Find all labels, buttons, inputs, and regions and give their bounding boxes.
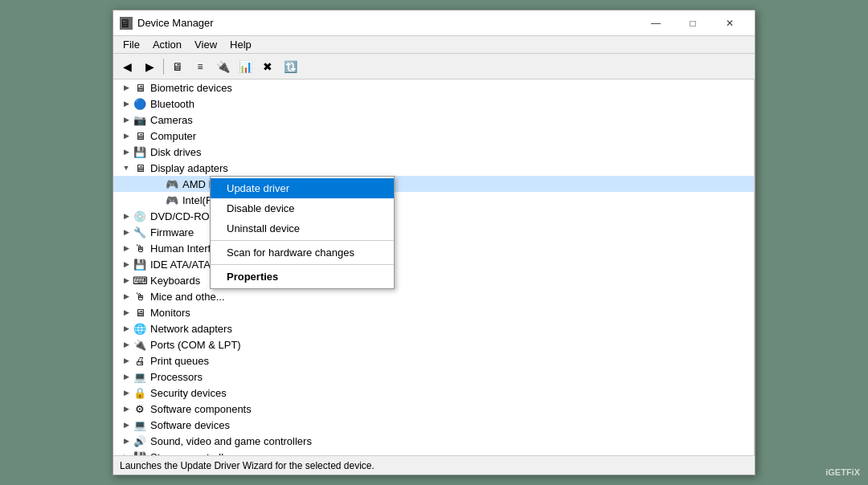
toolbar-separator-1: [163, 59, 164, 75]
tree-item-label: Software devices: [150, 419, 230, 431]
tree-item-label: Processors: [150, 371, 203, 383]
context-menu-separator: [211, 240, 394, 241]
tree-item[interactable]: ▶🖨Print queues: [113, 353, 754, 369]
close-button[interactable]: ✕: [711, 10, 748, 36]
expand-icon[interactable]: ▶: [120, 274, 133, 287]
computer-button[interactable]: 🖥: [167, 56, 188, 77]
tree-item-label: Storage controllers: [150, 451, 238, 456]
expand-icon[interactable]: ▶: [120, 242, 133, 255]
tree-item[interactable]: ▶💻Software devices: [113, 417, 754, 433]
tree-item[interactable]: ▶💻Processors: [113, 369, 754, 385]
device-icon: ⚙: [133, 401, 147, 416]
watermark: iGETFiX: [825, 467, 860, 477]
tree-item[interactable]: ▶🔒Security devices: [113, 385, 754, 401]
menu-action[interactable]: Action: [146, 36, 188, 54]
tree-item-label: Print queues: [150, 355, 209, 367]
tree-item[interactable]: ▶🔌Ports (COM & LPT): [113, 336, 754, 353]
title-bar: 🖥 Device Manager — □ ✕: [113, 10, 755, 36]
expand-icon[interactable]: ▶: [120, 306, 133, 319]
update-driver-button[interactable]: 📊: [235, 56, 256, 77]
tree-item[interactable]: ▼🖥Display adapters: [113, 160, 754, 176]
tree-item[interactable]: ▶🖥Computer: [113, 128, 754, 144]
menu-file[interactable]: File: [117, 36, 146, 54]
device-icon: 🎮: [165, 193, 179, 207]
expand-icon[interactable]: ▶: [120, 129, 133, 142]
context-menu-item[interactable]: Scan for hardware changes: [211, 243, 394, 263]
device-icon: 🖨: [133, 353, 147, 368]
menu-help[interactable]: Help: [223, 36, 258, 54]
tree-item-label: Display adapters: [150, 162, 228, 174]
expand-icon[interactable]: ▶: [120, 450, 133, 455]
expand-icon[interactable]: ▶: [120, 226, 133, 238]
expand-icon[interactable]: [152, 177, 165, 190]
tree-item[interactable]: ▶🖱Mice and othe...: [113, 288, 754, 304]
tree-item-label: Disk drives: [150, 146, 202, 158]
device-icon: 🖥: [133, 305, 147, 320]
expand-icon[interactable]: ▶: [120, 113, 133, 126]
list-button[interactable]: ≡: [190, 56, 211, 77]
expand-icon[interactable]: ▶: [120, 402, 133, 415]
expand-icon[interactable]: ▶: [120, 434, 133, 447]
device-icon: 📷: [133, 112, 147, 127]
tree-item[interactable]: ▶💾Disk drives: [113, 144, 754, 160]
maximize-button[interactable]: □: [674, 10, 711, 36]
context-menu-item[interactable]: Update driver: [211, 178, 394, 198]
expand-icon[interactable]: ▶: [120, 386, 133, 399]
device-icon: 🔧: [133, 225, 147, 239]
expand-icon[interactable]: ▶: [120, 258, 133, 271]
tree-item-label: Keyboards: [150, 275, 200, 287]
device-icon: 🖱: [133, 241, 147, 255]
tree-item-label: Software components: [150, 403, 252, 415]
expand-icon[interactable]: ▶: [120, 97, 133, 110]
expand-icon[interactable]: ▶: [120, 81, 133, 94]
device-icon: 🌐: [133, 321, 147, 336]
tree-item[interactable]: ▶⚙Software components: [113, 401, 754, 417]
expand-icon[interactable]: ▶: [120, 418, 133, 431]
device-icon: 💻: [133, 418, 147, 432]
device-icon: 💻: [133, 369, 147, 384]
device-icon: 🎮: [165, 177, 179, 191]
tree-item[interactable]: ▶🖥Biometric devices: [113, 79, 754, 96]
forward-button[interactable]: ▶: [139, 56, 160, 77]
device-icon: 🔌: [133, 337, 147, 352]
tree-item-label: Monitors: [150, 307, 190, 319]
app-icon: 🖥: [120, 17, 133, 30]
window-title: Device Manager: [137, 17, 637, 29]
device-tree[interactable]: ▶🖥Biometric devices▶🔵Bluetooth▶📷Cameras▶…: [113, 79, 755, 455]
tree-item[interactable]: ▶🔊Sound, video and game controllers: [113, 433, 754, 449]
minimize-button[interactable]: —: [637, 10, 674, 36]
expand-icon[interactable]: ▼: [120, 161, 133, 174]
context-menu-item[interactable]: Disable device: [211, 198, 394, 218]
expand-icon[interactable]: ▶: [120, 210, 133, 222]
toolbar: ◀ ▶ 🖥 ≡ 🔌 📊 ✖ 🔃: [113, 54, 755, 79]
scan-button[interactable]: 🔃: [280, 56, 301, 77]
uninstall-button[interactable]: ✖: [257, 56, 278, 77]
expand-icon[interactable]: ▶: [120, 145, 133, 158]
device-icon: 💾: [133, 145, 147, 159]
tree-item-label: Computer: [150, 130, 196, 142]
tree-item[interactable]: ▶📷Cameras: [113, 112, 754, 128]
device-icon: 🔵: [133, 96, 147, 111]
tree-item-label: Bluetooth: [150, 98, 194, 110]
expand-icon[interactable]: ▶: [120, 322, 133, 335]
tree-item[interactable]: ▶🔵Bluetooth: [113, 96, 754, 112]
context-menu-item[interactable]: Properties: [211, 267, 394, 287]
expand-icon[interactable]: [152, 194, 165, 206]
menu-view[interactable]: View: [188, 36, 223, 54]
tree-item[interactable]: ▶🖥Monitors: [113, 304, 754, 320]
context-menu-item[interactable]: Uninstall device: [211, 218, 394, 238]
expand-icon[interactable]: ▶: [120, 290, 133, 303]
tree-item[interactable]: ▶💾Storage controllers: [113, 449, 754, 455]
device-icon: 💾: [133, 450, 147, 455]
expand-icon[interactable]: ▶: [120, 354, 133, 367]
expand-icon[interactable]: ▶: [120, 338, 133, 351]
device-icon: 💿: [133, 209, 147, 223]
tree-item-label: Cameras: [150, 114, 193, 126]
properties-button[interactable]: 🔌: [212, 56, 233, 77]
tree-item[interactable]: ▶🌐Network adapters: [113, 320, 754, 336]
device-icon: 🖥: [133, 80, 147, 95]
context-menu-separator: [211, 264, 394, 265]
menu-bar: File Action View Help: [113, 36, 755, 54]
expand-icon[interactable]: ▶: [120, 370, 133, 383]
back-button[interactable]: ◀: [117, 56, 137, 77]
